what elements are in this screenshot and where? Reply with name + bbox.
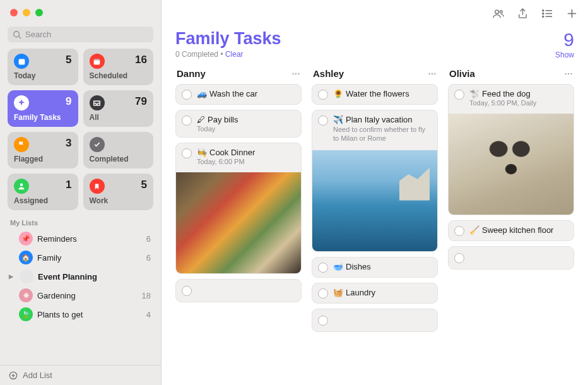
task-complete-toggle[interactable]: [318, 263, 328, 273]
collaborate-button[interactable]: [492, 8, 504, 21]
column-name: Danny: [177, 68, 206, 79]
task-title: 🥣 Dishes: [333, 262, 432, 271]
list-icon: [20, 270, 33, 283]
clear-completed-button[interactable]: Clear: [225, 50, 244, 59]
bookmark-icon: [90, 179, 105, 194]
task-complete-toggle[interactable]: [454, 253, 464, 263]
task-emoji-icon: 🌻: [333, 89, 343, 98]
close-window[interactable]: [10, 9, 18, 16]
task-attachment-image[interactable]: [449, 114, 573, 215]
empty-task-slot[interactable]: [312, 309, 438, 332]
calendar-today-icon: [14, 54, 29, 69]
share-button[interactable]: [517, 8, 529, 21]
list-name: Event Planning: [38, 272, 146, 281]
smart-list-work[interactable]: 5 Work: [83, 174, 154, 210]
task-card[interactable]: 🖊 Pay billsToday: [175, 110, 302, 138]
column-name: Ashley: [313, 68, 344, 79]
search-input[interactable]: Search: [8, 27, 153, 42]
list-header: Family Tasks 0 Completed • Clear 9 Show: [162, 29, 588, 63]
task-title: ✈️ Plan Italy vacation: [333, 115, 432, 124]
task-card[interactable]: 🧑‍🍳 Cook DinnerToday, 6:00 PM: [175, 143, 302, 274]
fullscreen-window[interactable]: [35, 9, 43, 16]
task-card[interactable]: 🐩 Feed the dogToday, 5:00 PM, Daily: [448, 84, 574, 215]
smart-list-count: 16: [135, 54, 147, 66]
task-complete-toggle[interactable]: [318, 316, 328, 326]
svg-point-15: [543, 13, 544, 15]
task-attachment-image[interactable]: [176, 172, 301, 273]
view-options-button[interactable]: [541, 8, 553, 21]
list-icon: 📌: [19, 232, 33, 246]
sidebar-list-plants-to-get[interactable]: 🍃 Plants to get 4: [0, 305, 161, 324]
sidebar-list-family[interactable]: 🏠 Family 6: [0, 248, 161, 267]
task-card[interactable]: 🚙 Wash the car: [175, 84, 302, 105]
task-complete-toggle[interactable]: [454, 226, 464, 236]
task-card[interactable]: 🌻 Water the flowers: [312, 84, 438, 105]
task-card[interactable]: 🧹 Sweep kitchen floor: [448, 220, 574, 241]
task-card[interactable]: 🥣 Dishes: [312, 257, 438, 278]
plus-icon: [566, 8, 578, 20]
smart-list-all[interactable]: 79 All: [83, 90, 154, 127]
smart-list-flagged[interactable]: 3 Flagged: [8, 132, 78, 169]
completed-subheader: 0 Completed • Clear: [175, 50, 555, 59]
sidebar-list-gardening[interactable]: ❋ Gardening 18: [0, 286, 161, 305]
toolbar: [162, 0, 588, 29]
svg-point-14: [543, 10, 544, 11]
task-complete-toggle[interactable]: [182, 116, 192, 126]
smart-list-family-tasks[interactable]: 9 Family Tasks: [8, 90, 78, 127]
task-note: Need to confirm whether to fly to Milan …: [333, 125, 432, 143]
task-title: 🧹 Sweep kitchen floor: [469, 225, 568, 235]
smart-list-completed[interactable]: Completed: [83, 132, 154, 169]
empty-task-slot[interactable]: [175, 279, 302, 302]
flag-icon: [14, 137, 29, 152]
plus-circle-icon: [9, 371, 18, 380]
task-complete-toggle[interactable]: [318, 288, 328, 299]
minimize-window[interactable]: [23, 9, 30, 16]
list-count: 6: [146, 234, 151, 244]
task-complete-toggle[interactable]: [182, 148, 192, 158]
add-list-button[interactable]: Add List: [0, 365, 161, 385]
window-controls: [0, 0, 161, 23]
task-complete-toggle[interactable]: [182, 90, 192, 100]
task-complete-toggle[interactable]: [182, 286, 192, 296]
smart-list-scheduled[interactable]: 16 Scheduled: [83, 49, 154, 85]
list-count: 9: [555, 29, 574, 50]
sidebar-list-event-planning[interactable]: ▶ Event Planning: [0, 267, 161, 286]
smart-list-name: Assigned: [14, 196, 72, 205]
task-attachment-image[interactable]: [312, 150, 437, 251]
column-ashley: Ashley ···🌻 Water the flowers✈️ Plan Ita…: [312, 67, 438, 377]
task-complete-toggle[interactable]: [318, 90, 328, 100]
column-more-button[interactable]: ···: [292, 69, 300, 78]
task-emoji-icon: 🧑‍🍳: [197, 148, 207, 157]
list-count: 18: [142, 291, 151, 300]
main-panel: Family Tasks 0 Completed • Clear 9 Show …: [162, 0, 588, 385]
smart-list-count: 5: [66, 54, 71, 66]
list-bullet-icon: [541, 8, 553, 20]
list-icon: ❋: [19, 288, 33, 302]
task-complete-toggle[interactable]: [454, 90, 464, 100]
column-more-button[interactable]: ···: [428, 69, 437, 78]
svg-rect-2: [18, 59, 25, 64]
smart-list-today[interactable]: 5 Today: [8, 49, 78, 85]
sidebar-lists: My Lists 📌 Reminders 6🏠 Family 6▶ Event …: [0, 210, 161, 365]
sparkle-icon: [14, 95, 29, 110]
task-card[interactable]: 🧺 Laundry: [312, 283, 438, 304]
task-emoji-icon: 🧺: [333, 288, 343, 297]
list-name: Family: [37, 253, 142, 263]
smart-list-assigned[interactable]: 1 Assigned: [8, 174, 78, 210]
task-title: 🌻 Water the flowers: [333, 89, 432, 98]
svg-line-1: [19, 36, 21, 38]
column-olivia: Olivia ···🐩 Feed the dogToday, 5:00 PM, …: [448, 67, 574, 377]
smart-list-name: Completed: [90, 155, 148, 163]
smart-list-name: Flagged: [14, 155, 72, 163]
task-card[interactable]: ✈️ Plan Italy vacationNeed to confirm wh…: [312, 110, 438, 252]
sidebar-list-reminders[interactable]: 📌 Reminders 6: [0, 229, 161, 248]
list-name: Plants to get: [37, 310, 142, 319]
search-icon: [13, 30, 21, 39]
column-more-button[interactable]: ···: [565, 69, 573, 78]
task-complete-toggle[interactable]: [318, 116, 328, 126]
smart-list-name: Work: [90, 196, 148, 205]
smart-list-count: 3: [66, 137, 71, 150]
show-completed-toggle[interactable]: Show: [555, 50, 574, 59]
empty-task-slot[interactable]: [448, 246, 574, 270]
add-reminder-button[interactable]: [566, 8, 578, 21]
